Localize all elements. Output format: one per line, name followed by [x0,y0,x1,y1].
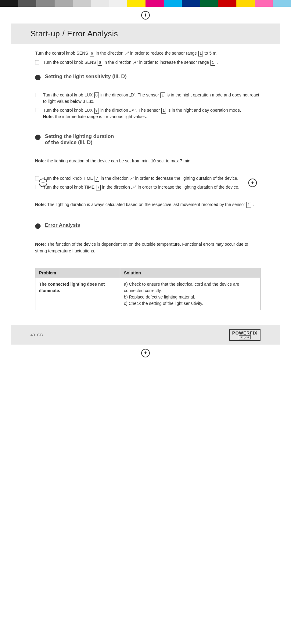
duration-note1: Note: the lighting duration of the devic… [35,158,260,165]
sens-plus-text1: Turn the control knob SENS [43,60,97,65]
solution-item-a: a) Check to ensure that the electrical c… [124,282,239,293]
lux1-text2: in the direction „D". The sensor [100,92,160,97]
swatch-gray [36,0,55,7]
registration-mark-bottom [0,345,291,361]
list-item-time-plus: Turn the control knob TIME 7 in the dire… [35,184,260,190]
lighting-duration-heading-wrapper: Setting the lighting duration of the dev… [45,133,114,146]
footer-page-number: 40 GB [31,333,43,337]
list-text-time-minus: Turn the contol knob TIME 7 in the direc… [43,175,238,182]
bullet-circle-light [35,75,41,80]
reg-crosshair-left [39,179,47,187]
lux2-text1: Turn the control knob LUX [43,108,94,113]
list-item-time-minus: Turn the contol knob TIME 7 in the direc… [35,175,260,182]
error-note-bold: Note: [35,242,46,247]
list-item-sens-plus: Turn the control knob SENS 6 in the dire… [35,59,260,66]
list-item-lux-day: Turn the control knob LUX 8 in the direc… [35,107,260,120]
bullet-circle-error [35,223,41,229]
swatch-magenta [146,0,164,7]
swatch-lt-gray [55,0,73,7]
light-sensitivity-heading-wrapper: Setting the light sensitivity (Ill. D) [45,74,127,80]
time1-text1: Turn the contol knob TIME [43,176,94,181]
sens-plus-text3: . [217,60,218,65]
bullet-circle-duration [35,135,41,140]
footer: 40 GB POWERFIX Profi+ [11,325,280,345]
swatch-red [218,0,237,7]
reg-crosshair-bottom [141,349,150,357]
lux2-box1: 8 [94,108,99,114]
reg-mark-left [39,179,47,187]
note2-bold: Note: [35,202,46,207]
light-sensitivity-section: Setting the light sensitivity (Ill. D) [35,74,260,80]
error-analysis-section: Error Analysis [35,222,260,229]
error-analysis-heading: Error Analysis [45,222,80,228]
note2-box: 1 [246,202,251,208]
note2-text: The lighting duration is always calculat… [47,202,246,207]
side-reg-container: Turn the contol knob TIME 7 in the direc… [35,175,260,190]
swatch-black [0,0,18,7]
swatch-white [91,0,109,7]
swatch-pink [255,0,273,7]
time2-box: 7 [96,185,101,190]
note1-bold: Note: [35,158,46,163]
main-content: Turn the control knob SENS 6 in the dire… [11,44,280,316]
brand-name: POWERFIX [232,331,257,335]
list-text-time-plus: Turn the control knob TIME 7 in the dire… [43,184,239,190]
swatch-lt-yellow [236,0,255,7]
table-row: The connected lighting does not illumina… [35,278,260,310]
table-cell-problem: The connected lighting does not illumina… [35,278,120,310]
lux2-box2: 1 [161,108,166,114]
list-bullet-1 [35,60,39,64]
list-item-lux-night: Turn the control knob LUX 8 in the direc… [35,92,260,105]
swatch-white2 [109,0,128,7]
page-title: Start-up / Error Analysis [31,29,118,38]
list-text-sens-plus: Turn the control knob SENS 6 in the dire… [43,59,218,66]
lux2-text2: in the direction „☀". The sensor [100,108,161,113]
lighting-duration-heading-line2: of the device (Ill. D) [45,139,114,146]
intro-box2: 1 [198,51,203,56]
lux1-text1: Turn the control knob LUX [43,92,94,97]
table-cell-solution: a) Check to ensure that the electrical c… [120,278,260,310]
brand-tagline: Profi+ [239,335,251,339]
sens-plus-box2: 1 [210,60,215,66]
reg-crosshair-right [248,179,257,187]
swatch-lt-cyan [273,0,291,7]
registration-mark-top [0,7,291,24]
error-heading-wrapper: Error Analysis [45,222,80,228]
sens-plus-box1: 6 [98,60,102,66]
swatch-cyan [164,0,182,7]
note2-end: . [253,202,254,207]
error-note-text: The function of the device is dependent … [35,242,248,253]
intro-box1: 6 [90,51,94,56]
time2-text2: in the direction „+" in order to increas… [102,185,239,190]
intro-paragraph: Turn the control knob SENS 6 in the dire… [35,50,260,57]
swatch-dk-green [200,0,218,7]
swatch-lighter [73,0,91,7]
page-wrapper: Start-up / Error Analysis Turn the contr… [0,24,291,345]
list-text-lux-night: Turn the control knob LUX 8 in the direc… [43,92,260,105]
list-text-lux-day: Turn the control knob LUX 8 in the direc… [43,107,241,120]
table-header-problem: Problem [35,268,120,278]
swatch-dk-blue [182,0,200,7]
solution-item-b: b) Replace defective lighting material. [124,295,195,299]
swatch-yellow [127,0,146,7]
color-bar [0,0,291,7]
error-note: Note: The function of the device is depe… [35,241,260,254]
time2-text1: Turn the control knob TIME [43,185,96,190]
lighting-duration-section: Setting the lighting duration of the dev… [35,133,260,146]
error-table: Problem Solution The connected lighting … [35,268,260,310]
lux1-box2: 1 [160,92,165,98]
light-sensitivity-heading: Setting the light sensitivity (Ill. D) [45,74,127,79]
note1-text: the lighting duration of the device can … [47,158,192,163]
sens-plus-text2: in the direction „+" in order to increas… [104,60,210,65]
list-bullet-lux2 [35,108,39,112]
reg-mark-right [248,179,257,187]
powerfix-logo: POWERFIX Profi+ [229,329,260,341]
intro-text3: to 5 m. [204,51,217,56]
reg-crosshair-top [141,11,150,20]
lux1-box1: 8 [94,92,99,98]
list-bullet-lux1 [35,93,39,97]
solution-item-c: c) Check the setting of the light sensit… [124,301,203,306]
table-header-solution: Solution [120,268,260,278]
header-section: Start-up / Error Analysis [11,24,280,44]
time1-box: 7 [95,176,99,182]
